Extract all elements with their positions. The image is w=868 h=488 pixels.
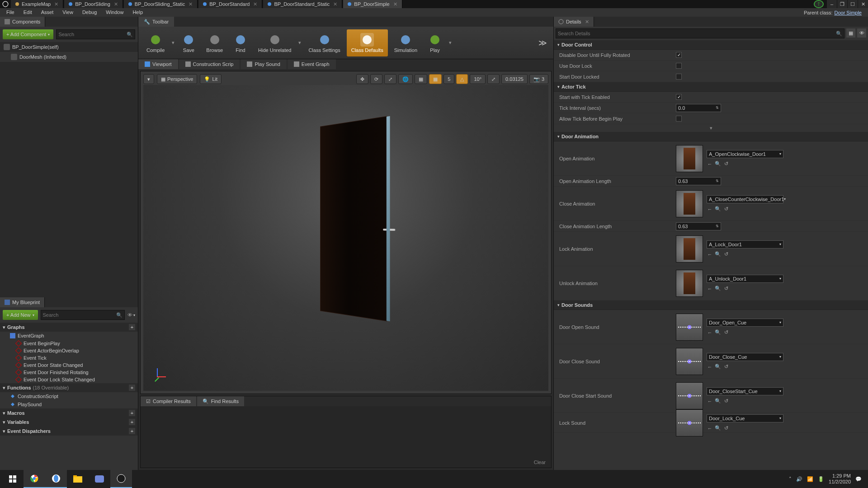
source-control-icon[interactable]	[814, 0, 824, 8]
menu-help[interactable]: Help	[128, 8, 147, 17]
editor-tab-event-graph[interactable]: Event Graph	[288, 59, 336, 69]
dropdown-icon[interactable]: ▾	[170, 40, 176, 46]
grid-snap-value[interactable]: 5	[443, 74, 454, 84]
myblueprint-search[interactable]: 🔍	[41, 310, 125, 320]
asset-reset-button[interactable]: ↺	[723, 161, 729, 167]
close-icon[interactable]: ✕	[114, 1, 118, 7]
asset-reset-button[interactable]: ↺	[723, 286, 729, 292]
event-node[interactable]: Event Door Lock State Changed	[0, 376, 138, 383]
section-header[interactable]: ▾Event Dispatchers+	[0, 427, 138, 436]
clear-button[interactable]: Clear	[534, 460, 546, 465]
toolbar-overflow-button[interactable]: ≫	[535, 38, 551, 48]
compile-button[interactable]: Compile	[142, 29, 169, 56]
spinner-icon[interactable]: ⇅	[716, 179, 719, 183]
wifi-icon[interactable]: 📶	[807, 476, 813, 482]
close-icon[interactable]: ✕	[333, 1, 337, 7]
unreal-taskbar-icon[interactable]	[110, 470, 132, 488]
components-search-input[interactable]	[58, 32, 127, 37]
checkbox[interactable]	[676, 74, 682, 80]
document-tab[interactable]: ExampleMap✕	[11, 0, 63, 8]
add-icon[interactable]: +	[129, 410, 135, 416]
play-button[interactable]: Play	[424, 29, 446, 56]
parent-class-value[interactable]: Door Simple	[834, 10, 862, 15]
asset-find-button[interactable]: 🔍	[715, 398, 721, 404]
function-item[interactable]: PlaySound	[0, 400, 138, 408]
event-node[interactable]: Event Door Finished Rotating	[0, 369, 138, 376]
surface-snap-button[interactable]: ▦	[415, 74, 427, 84]
asset-find-button[interactable]: 🔍	[715, 251, 721, 258]
menu-debug[interactable]: Debug	[78, 8, 101, 17]
find-button[interactable]: Find	[229, 29, 252, 56]
viewport[interactable]: ▾ ▦ Perspective 💡 Lit ✥ ⟳ ⤢ 🌐 ▦ ▦ 5	[140, 71, 552, 394]
editor-tab-construction-scrip[interactable]: Construction Scrip	[179, 59, 240, 69]
asset-dropdown[interactable]: Door_Open_Cue▾	[707, 319, 783, 327]
asset-dropdown[interactable]: A_OpenClockwise_Door1▾	[707, 150, 783, 158]
components-search[interactable]: 🔍	[56, 29, 135, 39]
editor-tab-viewport[interactable]: Viewport	[138, 59, 178, 69]
maximize-button[interactable]: ☐	[848, 0, 858, 8]
expand-more-icon[interactable]: ▾	[554, 124, 868, 132]
number-field[interactable]: 0.63⇅	[676, 177, 721, 185]
close-icon[interactable]: ✕	[54, 1, 58, 7]
visibility-button[interactable]: 👁	[857, 28, 866, 38]
spinner-icon[interactable]: ⇅	[716, 106, 719, 110]
asset-find-button[interactable]: 🔍	[715, 364, 721, 370]
asset-reset-button[interactable]: ↺	[723, 425, 729, 432]
asset-find-button[interactable]: 🔍	[715, 425, 721, 432]
menu-file[interactable]: File	[2, 8, 19, 17]
section-header[interactable]: ▾Macros+	[0, 408, 138, 418]
asset-thumbnail[interactable]	[676, 348, 703, 375]
add-icon[interactable]: +	[129, 419, 135, 425]
component-item[interactable]: DoorMesh (Inherited)	[0, 52, 138, 62]
asset-thumbnail[interactable]	[676, 314, 703, 341]
asset-thumbnail[interactable]	[676, 235, 703, 263]
toolbar-tab[interactable]: 🔧 Toolbar	[138, 17, 174, 27]
asset-thumbnail[interactable]	[676, 409, 703, 436]
coord-space-button[interactable]: 🌐	[398, 74, 413, 84]
asset-back-button[interactable]: ←	[707, 425, 713, 432]
asset-reset-button[interactable]: ↺	[723, 251, 729, 258]
components-tab[interactable]: Components	[0, 17, 45, 27]
section-header[interactable]: ▾Graphs+	[0, 323, 138, 332]
myblueprint-search-input[interactable]	[43, 312, 116, 318]
discord-taskbar-icon[interactable]	[89, 470, 110, 488]
close-icon[interactable]: ✕	[393, 1, 397, 7]
category-header[interactable]: ▾Door Control	[554, 40, 868, 50]
section-header[interactable]: ▾Functions (18 Overridable)+	[0, 383, 138, 392]
spinner-icon[interactable]: ⇅	[716, 224, 719, 228]
viewport-options-button[interactable]: ▾	[143, 74, 154, 84]
asset-thumbnail[interactable]	[676, 382, 703, 409]
bottom-tab-find-results[interactable]: 🔍Find Results	[197, 396, 244, 406]
opera-taskbar-icon[interactable]	[45, 470, 67, 488]
eye-icon[interactable]: 👁	[127, 312, 132, 318]
close-icon[interactable]: ✕	[585, 19, 589, 25]
door-mesh[interactable]	[320, 116, 387, 321]
battery-icon[interactable]: 🔋	[818, 476, 824, 482]
lit-mode-button[interactable]: 💡 Lit	[200, 74, 222, 84]
scale-snap-toggle[interactable]: ⤢	[487, 74, 500, 84]
editor-tab-play-sound[interactable]: Play Sound	[241, 59, 286, 69]
asset-back-button[interactable]: ←	[707, 286, 713, 292]
bottom-tab-compiler-results[interactable]: ☑Compiler Results	[141, 396, 196, 406]
number-field[interactable]: 0.63⇅	[676, 222, 721, 230]
checkbox[interactable]	[676, 94, 682, 100]
add-icon[interactable]: +	[129, 428, 135, 434]
event-node[interactable]: Event Tick	[0, 354, 138, 361]
asset-back-button[interactable]: ←	[707, 161, 713, 167]
checkbox[interactable]	[676, 116, 682, 122]
asset-dropdown[interactable]: A_CloseCounterClockwise_Door1▾	[707, 195, 783, 203]
asset-back-button[interactable]: ←	[707, 329, 713, 336]
class-defaults-button[interactable]: Class Defaults	[347, 29, 388, 56]
document-tab[interactable]: BP_DoorStandard_Static✕	[263, 0, 342, 8]
category-header[interactable]: ▾Door Sounds	[554, 300, 868, 310]
checkbox[interactable]	[676, 63, 682, 69]
asset-reset-button[interactable]: ↺	[723, 364, 729, 370]
add-component-button[interactable]: + Add Component▾	[3, 29, 53, 39]
menu-edit[interactable]: Edit	[19, 8, 37, 17]
asset-back-button[interactable]: ←	[707, 206, 713, 212]
restore-button[interactable]: ❐	[837, 0, 847, 8]
close-button[interactable]: ✕	[858, 0, 868, 8]
add-icon[interactable]: +	[129, 324, 135, 330]
details-tab[interactable]: Details ✕	[554, 17, 594, 27]
asset-reset-button[interactable]: ↺	[723, 206, 729, 212]
